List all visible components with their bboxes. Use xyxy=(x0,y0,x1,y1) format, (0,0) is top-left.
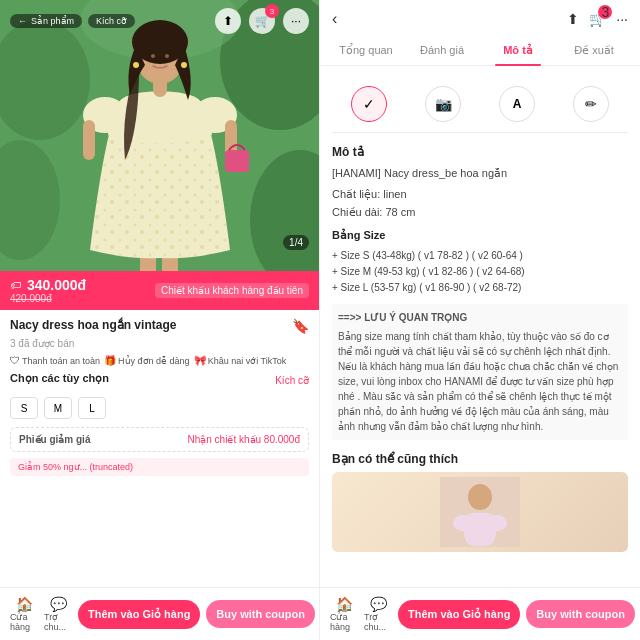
left-store-button[interactable]: 🏠 Cửa hàng xyxy=(10,596,38,632)
support-icon: 💬 xyxy=(50,596,67,612)
image-counter: 1/4 xyxy=(283,235,309,250)
size-tag-label: Kích cỡ xyxy=(96,16,127,26)
size-s-button[interactable]: S xyxy=(10,397,38,419)
right-bottom-bar: 🏠 Cửa hàng 💬 Trợ chu... Thêm vào Giỏ hàn… xyxy=(320,587,640,640)
badge-tiktok-label: Khâu nai với TikTok xyxy=(208,356,287,366)
right-share-icon[interactable]: ⬆ xyxy=(567,11,579,27)
camera-icon-button[interactable]: 📷 xyxy=(425,86,461,122)
right-store-label: Cửa hàng xyxy=(330,612,358,632)
svg-point-27 xyxy=(181,62,187,68)
important-title: ==>> LƯU Ý QUAN TRỌNG xyxy=(338,310,622,325)
support-label: Trợ chu... xyxy=(44,612,72,632)
badge-safe-label: Thanh toán an toàn xyxy=(22,356,100,366)
tab-overview[interactable]: Tổng quan xyxy=(328,36,404,65)
size-options-row: Chọn các tùy chọn Kích cỡ xyxy=(10,372,309,389)
size-l-info: + Size L (53-57 kg) ( v1 86-90 ) ( v2 68… xyxy=(332,280,628,296)
product-tag-label: Sản phẩm xyxy=(31,16,74,26)
svg-point-31 xyxy=(487,515,507,531)
right-support-label: Trợ chu... xyxy=(364,612,392,632)
cart-badge: 3 xyxy=(265,4,279,18)
badge-safe-payment: 🛡 Thanh toán an toàn xyxy=(10,355,100,366)
icon-row: ✓ 📷 A ✏ xyxy=(332,76,628,133)
svg-rect-15 xyxy=(225,150,249,172)
coupon-value: Nhận chiết khấu 80.000đ xyxy=(187,434,300,445)
svg-point-30 xyxy=(453,515,473,531)
store-icon: 🏠 xyxy=(16,596,33,612)
shield-icon: 🛡 xyxy=(10,355,20,366)
size-s-info: + Size S (43-48kg) ( v1 78-82 ) ( v2 60-… xyxy=(332,248,628,264)
also-like-title: Bạn có thể cũng thích xyxy=(332,452,628,466)
coupon-section[interactable]: Phiếu giảm giá Nhận chiết khấu 80.000đ xyxy=(10,427,309,452)
size-m-info: + Size M (49-53 kg) ( v1 82-86 ) ( v2 64… xyxy=(332,264,628,280)
important-note: ==>> LƯU Ý QUAN TRỌNG Bảng size mang tín… xyxy=(332,304,628,440)
edit-icon-button[interactable]: ✏ xyxy=(573,86,609,122)
more-icon: ··· xyxy=(291,14,301,28)
share-button[interactable]: ⬆ xyxy=(215,8,241,34)
share-icon: ⬆ xyxy=(223,14,233,28)
product-image-svg xyxy=(0,0,319,310)
size-guide[interactable]: Kích cỡ xyxy=(275,375,309,386)
tab-recommendations-label: Đề xuất xyxy=(574,44,614,56)
right-support-button[interactable]: 💬 Trợ chu... xyxy=(364,596,392,632)
tab-reviews[interactable]: Đánh giá xyxy=(404,36,480,65)
right-store-button[interactable]: 🏠 Cửa hàng xyxy=(330,596,358,632)
desc-length: Chiều dài: 78 cm xyxy=(332,204,628,221)
size-m-button[interactable]: M xyxy=(44,397,72,419)
desc-section: Mô tả [HANAMI] Nacy dress_be hoa ngắn Ch… xyxy=(332,145,628,440)
right-back-button[interactable]: ‹ xyxy=(332,10,337,28)
desc-title: Mô tả xyxy=(332,145,628,159)
product-image-container: ← Sản phẩm Kích cỡ ⬆ 🛒 3 ··· xyxy=(0,0,319,310)
badge-cancel-label: Hủy đơn dễ dàng xyxy=(118,356,190,366)
right-content: ✓ 📷 A ✏ Mô tả [HANAMI] Nacy dress_be hoa… xyxy=(320,66,640,587)
cart-button[interactable]: 🛒 3 xyxy=(249,8,275,34)
text-icon-button[interactable]: A xyxy=(499,86,535,122)
svg-point-20 xyxy=(165,54,169,58)
badge-tiktok: 🎀 Khâu nai với TikTok xyxy=(194,355,287,366)
tab-recommendations[interactable]: Đề xuất xyxy=(556,36,632,65)
also-like-svg xyxy=(440,477,520,547)
size-table-title: Bảng Size xyxy=(332,229,628,242)
tiktok-icon: 🎀 xyxy=(194,355,206,366)
right-more-icon[interactable]: ··· xyxy=(616,11,628,27)
right-buy-with-coupon-button[interactable]: Buy with coupon xyxy=(526,600,635,628)
check-icon-button[interactable]: ✓ xyxy=(351,86,387,122)
right-cart-icon[interactable]: 🛒 3 xyxy=(589,11,606,27)
cancel-icon: 🎁 xyxy=(104,355,116,366)
right-cart-badge: 3 xyxy=(598,5,612,19)
left-buy-with-coupon-button[interactable]: Buy with coupon xyxy=(206,600,315,628)
original-price: 420.000đ xyxy=(10,293,86,304)
important-text: Bảng size mang tính chất tham khảo, tùy … xyxy=(338,329,622,434)
right-add-to-cart-button[interactable]: Thêm vào Giỏ hàng xyxy=(398,600,520,629)
bookmark-icon[interactable]: 🔖 xyxy=(292,318,309,334)
back-icon[interactable]: ← xyxy=(18,16,27,26)
size-tag[interactable]: Kích cỡ xyxy=(88,14,135,28)
size-options: S M L xyxy=(10,397,309,419)
product-name: Nacy dress hoa ngắn vintage xyxy=(10,318,286,332)
product-tag[interactable]: ← Sản phẩm xyxy=(10,14,82,28)
left-support-button[interactable]: 💬 Trợ chu... xyxy=(44,596,72,632)
right-store-icon: 🏠 xyxy=(336,596,353,612)
store-label: Cửa hàng xyxy=(10,612,38,632)
current-price: 340.000đ xyxy=(27,277,86,293)
price-bar: 🏷 340.000đ 420.000đ Chiết khấu khách hàn… xyxy=(0,271,319,310)
product-image-bg xyxy=(0,0,319,310)
left-add-to-cart-button[interactable]: Thêm vào Giỏ hàng xyxy=(78,600,200,629)
discount-info: Giảm 50% ngư... (truncated) xyxy=(10,458,309,476)
desc-material: Chất liệu: linen xyxy=(332,186,628,203)
right-top-icons: ⬆ 🛒 3 ··· xyxy=(567,11,628,27)
more-button[interactable]: ··· xyxy=(283,8,309,34)
left-bottom-bar: 🏠 Cửa hàng 💬 Trợ chu... Thêm vào Giỏ hàn… xyxy=(0,587,319,640)
badges-row: 🛡 Thanh toán an toàn 🎁 Hủy đơn dễ dàng 🎀… xyxy=(10,355,309,366)
product-info: Nacy dress hoa ngắn vintage 🔖 3 đã được … xyxy=(0,310,319,587)
right-panel: ‹ ⬆ 🛒 3 ··· Tổng quan Đánh giá Mô tả Đề … xyxy=(320,0,640,640)
tab-overview-label: Tổng quan xyxy=(339,44,392,56)
sold-count: 3 đã được bán xyxy=(10,338,309,349)
desc-line1: [HANAMI] Nacy dress_be hoa ngắn xyxy=(332,165,628,182)
tab-description-label: Mô tả xyxy=(503,44,533,56)
size-l-button[interactable]: L xyxy=(78,397,106,419)
discount-text: Giảm 50% ngư... (truncated) xyxy=(18,462,133,472)
top-nav: ← Sản phẩm Kích cỡ ⬆ 🛒 3 ··· xyxy=(0,8,319,34)
tab-description[interactable]: Mô tả xyxy=(480,36,556,65)
svg-rect-13 xyxy=(83,120,95,160)
tabs-row: Tổng quan Đánh giá Mô tả Đề xuất xyxy=(320,36,640,66)
